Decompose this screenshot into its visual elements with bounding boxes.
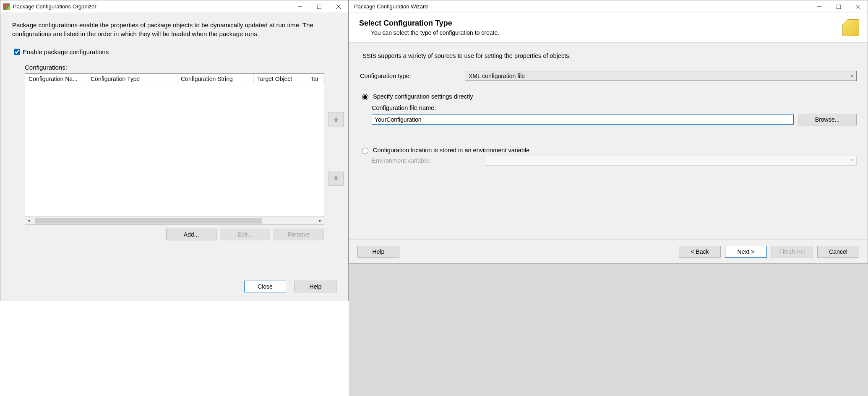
wizard-maximize-button[interactable] bbox=[829, 0, 848, 13]
wizard-header: Select Configuration Type You can select… bbox=[349, 13, 868, 42]
close-dialog-button[interactable]: Close bbox=[244, 281, 286, 292]
wizard-window-title: Package Configuration Wizard bbox=[352, 3, 810, 10]
add-button[interactable]: Add... bbox=[166, 229, 216, 240]
scroll-right-icon[interactable]: ► bbox=[316, 218, 324, 223]
wizard-minimize-button[interactable] bbox=[810, 0, 829, 13]
remove-button: Remove bbox=[274, 229, 324, 240]
config-type-combobox[interactable]: XML configuration file ▾ bbox=[465, 71, 857, 81]
scroll-left-icon[interactable]: ◄ bbox=[25, 218, 33, 223]
col-target-object[interactable]: Target Object bbox=[254, 74, 307, 84]
env-variable-combobox: ▾ bbox=[485, 156, 857, 166]
table-header[interactable]: Configuration Na... Configuration Type C… bbox=[25, 74, 324, 84]
chevron-down-icon-disabled: ▾ bbox=[851, 158, 853, 162]
config-file-input[interactable] bbox=[372, 115, 794, 125]
organizer-titlebar[interactable]: Package Configurations Organizer bbox=[0, 0, 348, 13]
wizard-subheading: You can select the type of configuration… bbox=[371, 29, 842, 36]
back-button[interactable]: < Back bbox=[679, 246, 721, 258]
minimize-button[interactable] bbox=[290, 0, 310, 13]
description-text: Package configurations enable the proper… bbox=[12, 21, 336, 38]
divider bbox=[12, 248, 336, 248]
scroll-thumb[interactable] bbox=[35, 218, 262, 224]
col-target-prop[interactable]: Tar bbox=[307, 74, 324, 84]
browse-button[interactable]: Browse... bbox=[798, 114, 857, 125]
radio-direct-label: Specify configuration settings directly bbox=[373, 93, 473, 100]
radio-env-label: Configuration location is stored in an e… bbox=[373, 147, 529, 154]
svg-rect-1 bbox=[317, 5, 321, 9]
enable-configs-checkbox[interactable] bbox=[14, 49, 20, 55]
col-config-type[interactable]: Configuration Type bbox=[87, 74, 177, 84]
configurations-label: Configurations: bbox=[25, 64, 336, 71]
wizard-window: Package Configuration Wizard Select Conf… bbox=[349, 0, 868, 264]
wizard-intro-text: SSIS supports a variety of sources to us… bbox=[362, 52, 857, 59]
radio-env[interactable] bbox=[362, 148, 368, 154]
horizontal-scrollbar[interactable]: ◄ ► bbox=[25, 216, 324, 224]
help-button[interactable]: Help bbox=[295, 281, 336, 292]
col-config-name[interactable]: Configuration Na... bbox=[25, 74, 87, 84]
env-variable-label: Environment variable: bbox=[372, 157, 485, 164]
wizard-titlebar[interactable]: Package Configuration Wizard bbox=[349, 0, 868, 13]
finish-button: Finish >>| bbox=[771, 246, 813, 258]
organizer-window: Package Configurations Organizer Package… bbox=[0, 0, 349, 301]
col-config-string[interactable]: Configuration String bbox=[177, 74, 254, 84]
wizard-heading: Select Configuration Type bbox=[359, 19, 842, 28]
configurations-table[interactable]: Configuration Na... Configuration Type C… bbox=[25, 73, 324, 224]
wizard-help-button[interactable]: Help bbox=[357, 246, 399, 258]
chevron-down-icon: ▾ bbox=[851, 74, 853, 78]
next-button[interactable]: Next > bbox=[725, 246, 767, 258]
maximize-button[interactable] bbox=[310, 0, 329, 13]
close-button[interactable] bbox=[329, 0, 348, 13]
edit-button: Edit... bbox=[220, 229, 270, 240]
wizard-close-button[interactable] bbox=[848, 0, 868, 13]
move-up-button[interactable] bbox=[328, 112, 344, 127]
move-down-button[interactable] bbox=[328, 171, 344, 186]
cancel-button[interactable]: Cancel bbox=[817, 246, 859, 258]
window-title: Package Configurations Organizer bbox=[13, 3, 290, 10]
wizard-icon bbox=[842, 19, 859, 36]
app-icon bbox=[3, 3, 10, 10]
config-file-label: Configuration file name: bbox=[372, 104, 857, 111]
enable-configs-label: Enable package configurations bbox=[23, 48, 109, 55]
svg-rect-5 bbox=[837, 5, 841, 9]
table-body[interactable] bbox=[25, 84, 324, 216]
config-type-value: XML configuration file bbox=[469, 73, 525, 79]
radio-direct[interactable] bbox=[362, 94, 368, 100]
config-type-label: Configuration type: bbox=[360, 73, 465, 79]
